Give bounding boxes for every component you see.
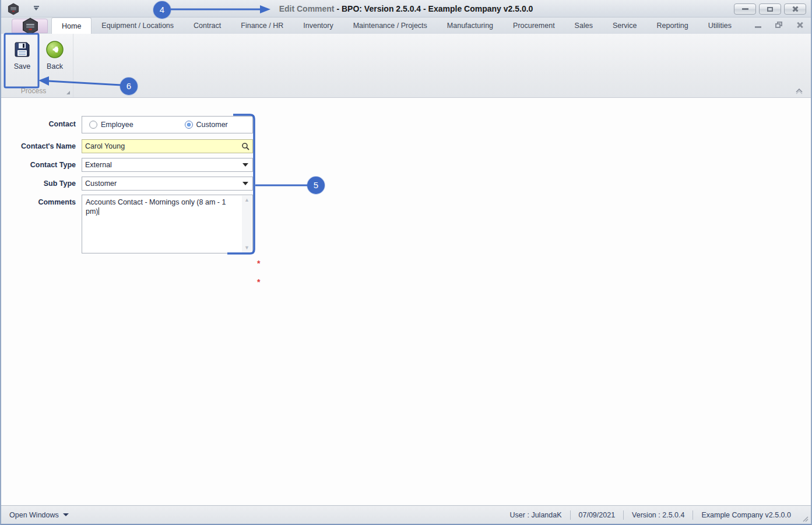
- tab-service[interactable]: Service: [603, 17, 647, 34]
- tab-inventory[interactable]: Inventory: [293, 17, 343, 34]
- status-date: 07/09/2021: [571, 511, 624, 519]
- radio-customer-icon: [185, 121, 193, 129]
- app-logo-icon: [22, 17, 39, 36]
- mdi-restore-icon[interactable]: [775, 22, 782, 28]
- window-title-main: - BPO: Version 2.5.0.4 - Example Company…: [336, 4, 533, 13]
- contacts-name-input[interactable]: Carol Young: [82, 139, 253, 153]
- tab-finance-hr[interactable]: Finance / HR: [231, 17, 293, 34]
- window-title: Edit Comment - BPO: Version 2.5.0.4 - Ex…: [1, 0, 811, 17]
- tab-contract[interactable]: Contract: [184, 17, 231, 34]
- scroll-down-icon[interactable]: ▼: [244, 245, 249, 251]
- comments-textarea[interactable]: Accounts Contact - Mornings only (8 am -…: [82, 195, 253, 253]
- resize-grip-icon[interactable]: [800, 514, 809, 522]
- tab-procurement[interactable]: Procurement: [503, 17, 565, 34]
- mdi-close-icon[interactable]: [796, 22, 803, 28]
- radio-customer[interactable]: Customer: [185, 121, 228, 129]
- save-button[interactable]: Save: [7, 37, 37, 84]
- title-bar: Edit Comment - BPO: Version 2.5.0.4 - Ex…: [1, 0, 811, 17]
- back-button-label: Back: [47, 62, 63, 71]
- close-icon: [792, 6, 799, 12]
- ribbon-tab-strip: Home Equipment / Locations Contract Fina…: [1, 17, 811, 34]
- tab-maintenance-projects[interactable]: Maintenance / Projects: [343, 17, 437, 34]
- sub-type-dropdown[interactable]: Customer: [82, 177, 253, 191]
- ribbon-group-label: Process: [2, 87, 65, 95]
- minimize-icon: [742, 8, 748, 10]
- contact-type-required-marker: *: [257, 259, 264, 268]
- tab-equipment-locations[interactable]: Equipment / Locations: [92, 17, 184, 34]
- ribbon-group-process: Save Back Process: [2, 34, 73, 97]
- sub-type-label: Sub Type: [1, 179, 76, 188]
- maximize-button[interactable]: [759, 3, 781, 15]
- callout-4-badge: 4: [153, 1, 171, 19]
- radio-employee[interactable]: Employee: [89, 121, 133, 129]
- dialog-launcher-icon[interactable]: [66, 90, 71, 95]
- open-windows-label: Open Windows: [9, 511, 59, 519]
- sub-type-required-marker: *: [257, 277, 264, 287]
- back-button[interactable]: Back: [40, 37, 70, 84]
- status-bar: Open Windows User : JulandaK 07/09/2021 …: [1, 505, 811, 524]
- chevron-down-icon[interactable]: [242, 163, 248, 167]
- chevron-down-icon[interactable]: [242, 182, 248, 185]
- minimize-button[interactable]: [734, 3, 756, 15]
- tab-manufacturing[interactable]: Manufacturing: [437, 17, 503, 34]
- status-version: Version : 2.5.0.4: [624, 511, 693, 519]
- status-user: User : JulandaK: [502, 511, 570, 519]
- text-cursor: [99, 207, 99, 215]
- scroll-up-icon[interactable]: ▲: [244, 198, 249, 203]
- callout-5-badge: 5: [307, 177, 325, 194]
- edit-comment-form: Contact Employee Customer Contact's Name…: [1, 98, 811, 505]
- app-window: Edit Comment - BPO: Version 2.5.0.4 - Ex…: [0, 0, 812, 525]
- mdi-minimize-icon[interactable]: [755, 26, 761, 28]
- save-floppy-icon: [13, 40, 31, 59]
- contacts-name-label: Contact's Name: [1, 142, 76, 150]
- search-icon[interactable]: [241, 142, 249, 150]
- close-button[interactable]: [784, 3, 806, 15]
- tab-sales[interactable]: Sales: [565, 17, 603, 34]
- contact-type-dropdown[interactable]: External: [82, 158, 253, 172]
- radio-employee-label: Employee: [101, 121, 133, 129]
- radio-customer-label: Customer: [196, 121, 228, 129]
- contacts-name-value: Carol Young: [85, 142, 241, 150]
- save-button-label: Save: [14, 62, 31, 71]
- tab-home[interactable]: Home: [51, 17, 92, 34]
- mdi-window-controls: [755, 22, 803, 28]
- comments-scrollbar[interactable]: ▲ ▼: [242, 196, 252, 252]
- window-title-prefix: Edit Comment: [279, 4, 337, 13]
- comments-label: Comments: [1, 198, 76, 206]
- ribbon-tabs: Home Equipment / Locations Contract Fina…: [51, 17, 741, 34]
- open-windows-button[interactable]: Open Windows: [9, 511, 69, 519]
- ribbon-group-footer: Process: [2, 87, 73, 96]
- callout-6-badge: 6: [120, 77, 138, 95]
- contact-label: Contact: [1, 120, 76, 128]
- comments-value: Accounts Contact - Mornings only (8 am -…: [86, 198, 226, 216]
- maximize-icon: [767, 7, 773, 12]
- collapse-ribbon-icon[interactable]: [795, 88, 804, 95]
- radio-employee-icon: [89, 121, 97, 129]
- back-arrow-icon: [45, 40, 64, 59]
- tab-utilities[interactable]: Utilities: [698, 17, 741, 34]
- contact-type-label: Contact Type: [1, 161, 76, 169]
- status-right-panels: User : JulandaK 07/09/2021 Version : 2.5…: [502, 506, 811, 524]
- contact-type-value: External: [85, 161, 242, 169]
- tab-reporting[interactable]: Reporting: [647, 17, 698, 34]
- sub-type-value: Customer: [85, 179, 242, 188]
- window-controls: [734, 3, 806, 15]
- caret-down-icon: [63, 513, 69, 516]
- status-company: Example Company v2.5.0.0: [693, 511, 799, 519]
- application-menu-button[interactable]: [12, 19, 48, 33]
- contact-radio-group: Employee Customer: [82, 116, 253, 133]
